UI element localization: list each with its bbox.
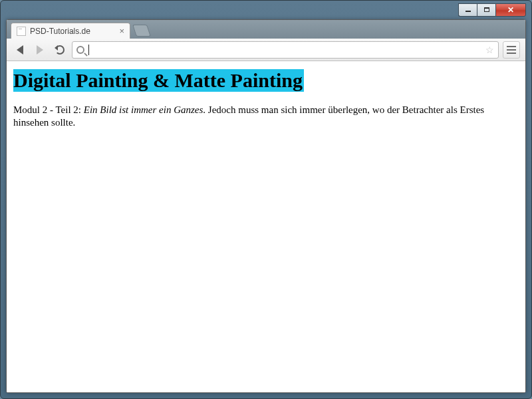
maximize-button[interactable] bbox=[477, 3, 495, 17]
tab-close-button[interactable]: × bbox=[119, 27, 124, 35]
bookmark-star-icon[interactable]: ☆ bbox=[485, 45, 494, 55]
browser-frame: PSD-Tutorials.de × ☆ bbox=[6, 19, 526, 393]
minimize-button[interactable] bbox=[458, 3, 477, 17]
os-window: ✕ PSD-Tutorials.de × bbox=[0, 0, 532, 399]
para-prefix: Modul 2 - Teil 2: bbox=[13, 104, 84, 115]
page-viewport: Digital Painting & Matte Painting Modul … bbox=[7, 61, 525, 392]
hamburger-line-icon bbox=[507, 49, 516, 51]
maximize-icon bbox=[484, 7, 489, 12]
close-window-button[interactable]: ✕ bbox=[495, 3, 526, 17]
para-italic: Ein Bild ist immer ein Ganzes bbox=[84, 104, 203, 115]
toolbar: ☆ bbox=[7, 39, 525, 61]
tab-title: PSD-Tutorials.de bbox=[30, 27, 90, 36]
browser-tab[interactable]: PSD-Tutorials.de × bbox=[11, 23, 130, 39]
minimize-icon bbox=[466, 11, 471, 12]
tab-strip: PSD-Tutorials.de × bbox=[7, 20, 525, 39]
hamburger-line-icon bbox=[507, 46, 516, 47]
window-controls: ✕ bbox=[458, 3, 526, 17]
text-caret bbox=[88, 45, 89, 55]
hamburger-line-icon bbox=[507, 53, 516, 54]
address-bar[interactable]: ☆ bbox=[72, 41, 499, 59]
close-icon: ✕ bbox=[507, 6, 514, 14]
arrow-right-icon bbox=[37, 45, 43, 55]
back-button[interactable] bbox=[12, 42, 28, 58]
page-paragraph: Modul 2 - Teil 2: Ein Bild ist immer ein… bbox=[13, 104, 519, 129]
page-favicon-icon bbox=[17, 27, 26, 36]
window-titlebar: ✕ bbox=[6, 1, 526, 19]
new-tab-button[interactable] bbox=[132, 25, 151, 37]
page-heading: Digital Painting & Matte Painting bbox=[13, 69, 304, 92]
url-input[interactable] bbox=[93, 43, 481, 57]
reload-button[interactable] bbox=[52, 42, 68, 58]
reload-icon bbox=[55, 45, 65, 55]
chrome-menu-button[interactable] bbox=[503, 41, 520, 59]
search-icon bbox=[76, 46, 84, 54]
forward-button[interactable] bbox=[32, 42, 48, 58]
arrow-left-icon bbox=[17, 45, 23, 55]
